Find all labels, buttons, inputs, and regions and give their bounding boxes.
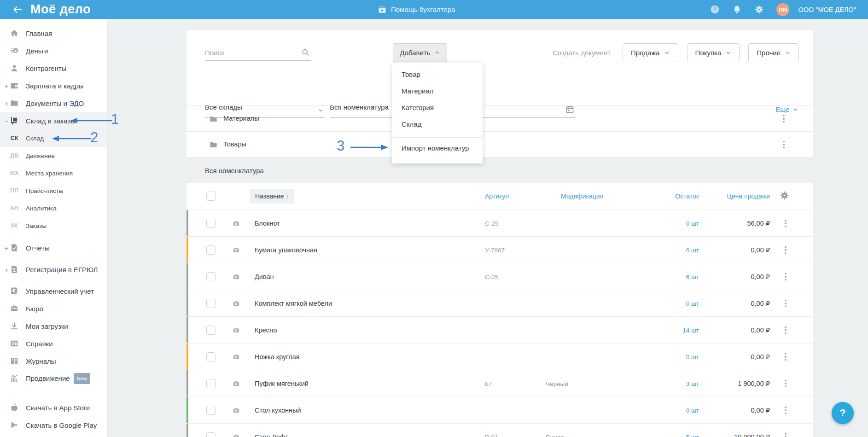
row-checkbox[interactable] (206, 326, 216, 335)
row-menu-kebab-icon[interactable] (781, 245, 790, 255)
sidebar-item-19[interactable]: ПродвижениеNew (0, 370, 107, 387)
menu-item-0[interactable]: Товар (392, 66, 483, 83)
accountant-help-button[interactable]: Помощь бухгалтера (378, 0, 455, 19)
sidebar-item-7[interactable]: ДВДвижение (0, 147, 107, 164)
row-status-bar (186, 344, 188, 370)
row-menu-kebab-icon[interactable] (781, 325, 790, 335)
back-arrow-icon[interactable] (12, 4, 23, 15)
row-menu-kebab-icon[interactable] (780, 114, 788, 124)
row-checkbox[interactable] (206, 406, 216, 415)
new-badge: New (74, 373, 90, 384)
certificates-icon (10, 339, 19, 348)
sidebar-footer-item-label: Скачать в Google Play (26, 421, 104, 430)
expand-toggle-icon[interactable]: + (4, 99, 9, 107)
sidebar-item-3[interactable]: +Зарплата и кадры (0, 77, 107, 94)
row-menu-kebab-icon[interactable] (781, 379, 790, 389)
add-button[interactable]: Добавить (393, 43, 447, 62)
help-fab-button[interactable]: ? (832, 402, 854, 424)
row-checkbox[interactable] (206, 432, 216, 437)
sidebar-item-13[interactable]: +Регистрация в ЕГРЮЛ (0, 256, 107, 282)
folder-row-1[interactable]: Товары (186, 131, 813, 157)
row-menu-kebab-icon[interactable] (781, 432, 790, 437)
sidebar-item-0[interactable]: Главная (0, 24, 107, 42)
sidebar-item-11[interactable]: ЗКЗаказы (0, 217, 107, 234)
row-checkbox[interactable] (206, 352, 216, 361)
sidebar-item-4[interactable]: +Документы и ЭДО (0, 94, 107, 112)
sidebar-item-14[interactable]: ₽Управленческий учет (0, 282, 107, 300)
camera-icon (232, 326, 240, 333)
annotation-arrow-2 (52, 134, 92, 143)
row-modification: Чёрный (546, 380, 568, 387)
create-document-button-1[interactable]: Покупка (687, 43, 740, 62)
camera-icon (232, 273, 240, 280)
sidebar-item-12[interactable]: +Отчеты (0, 239, 107, 256)
row-menu-kebab-icon[interactable] (781, 298, 790, 309)
row-checkbox[interactable] (206, 299, 216, 308)
table-row[interactable]: БлокнотС-250 шт56,00 ₽ (186, 210, 813, 236)
sidebar-item-10[interactable]: АНАналитика (0, 199, 107, 217)
search-input[interactable] (205, 46, 295, 59)
table-row[interactable]: Кресло14 шт0,00 ₽ (186, 316, 813, 343)
table-row[interactable]: ДиванС-256 шт0,00 ₽ (186, 263, 813, 290)
avatar[interactable]: ОМ (776, 3, 789, 16)
sidebar-item-8[interactable]: МХМеста хранения (0, 164, 107, 182)
row-menu-kebab-icon[interactable] (780, 140, 788, 150)
table-row[interactable]: Комплект мягкой мебели0 шт0,00 ₽ (186, 290, 813, 316)
search-field[interactable] (205, 46, 311, 61)
create-document-button-0[interactable]: Продажа (623, 43, 678, 62)
sidebar-item-9[interactable]: ПЛПрайс-листы (0, 182, 107, 199)
row-checkbox[interactable] (206, 219, 216, 228)
company-name[interactable]: ООО "МОЕ ДЕЛО" (798, 6, 856, 13)
report-icon (10, 243, 19, 252)
row-menu-kebab-icon[interactable] (781, 272, 790, 282)
row-status-bar (186, 237, 188, 263)
menu-item-3[interactable]: Склад (392, 116, 483, 133)
row-checkbox[interactable] (206, 245, 216, 255)
sidebar-footer-item-1[interactable]: Скачать в Google Play (0, 416, 107, 434)
column-header-sku[interactable]: Артикул (485, 192, 509, 200)
table-row[interactable]: Бумага упаковочнаяУ-78670 шт0,00 ₽ (186, 236, 813, 263)
app-logo[interactable]: Моё дело (30, 2, 91, 17)
settings-gear-icon[interactable] (754, 5, 764, 14)
sidebar-item-1[interactable]: ₽Деньги (0, 42, 107, 59)
table-row[interactable]: Стол ЛофтР-01Синяя5 шт10 000,00 ₽ (186, 423, 813, 437)
folder-row-0[interactable]: Материалы (186, 105, 813, 131)
notifications-bell-icon[interactable] (732, 5, 742, 14)
help-icon[interactable]: ? (710, 5, 720, 14)
sidebar-item-17[interactable]: Справки (0, 335, 107, 352)
row-stock: 0 шт (647, 300, 699, 307)
sidebar-item-label: Регистрация в ЕГРЮЛ (26, 265, 104, 274)
sidebar-item-2[interactable]: Контрагенты (0, 59, 107, 77)
sidebar-item-15[interactable]: Бюро (0, 300, 107, 317)
menu-item-2[interactable]: Категория (392, 99, 483, 116)
sidebar-item-18[interactable]: Журналы (0, 352, 107, 370)
row-menu-kebab-icon[interactable] (781, 352, 790, 362)
column-header-modification[interactable]: Модификация (561, 192, 603, 200)
select-all-checkbox[interactable] (206, 192, 216, 201)
search-icon[interactable] (301, 48, 310, 57)
table-row[interactable]: Ножка круглая0 шт0,00 ₽ (186, 343, 813, 370)
sidebar-item-16[interactable]: Мои загрузки (0, 317, 107, 335)
expand-toggle-icon[interactable]: − (4, 117, 9, 125)
menu-item-import[interactable]: Импорт номенклатур (392, 138, 483, 159)
expand-toggle-icon[interactable]: + (4, 266, 9, 274)
row-checkbox[interactable] (206, 272, 216, 281)
expand-toggle-icon[interactable]: + (4, 244, 9, 252)
expand-toggle-icon[interactable]: + (4, 82, 9, 90)
column-header-name[interactable]: Название ↑ (250, 189, 294, 204)
table-row[interactable]: Стол кухонный0 шт0,00 ₽ (186, 396, 813, 423)
sidebar-item-label: Журналы (26, 357, 104, 366)
sidebar-footer-item-0[interactable]: Скачать в App Store (0, 399, 107, 416)
sidebar-item-label-text: Продвижение (26, 374, 70, 382)
sidebar-item-label: Отчеты (26, 244, 104, 252)
menu-item-1[interactable]: Материал (392, 83, 483, 99)
row-sku: b7 (485, 380, 492, 387)
table-row[interactable]: Пуфик мягенькийb7Чёрный3 шт1 900,00 ₽ (186, 370, 813, 396)
row-checkbox[interactable] (206, 379, 216, 388)
create-document-button-2[interactable]: Прочие (748, 43, 799, 62)
table-settings-gear-icon[interactable] (780, 191, 789, 200)
row-menu-kebab-icon[interactable] (781, 405, 790, 415)
column-header-stock[interactable]: Остаток (647, 192, 699, 200)
row-menu-kebab-icon[interactable] (781, 218, 790, 228)
column-header-price[interactable]: Цена продажи (693, 192, 770, 200)
